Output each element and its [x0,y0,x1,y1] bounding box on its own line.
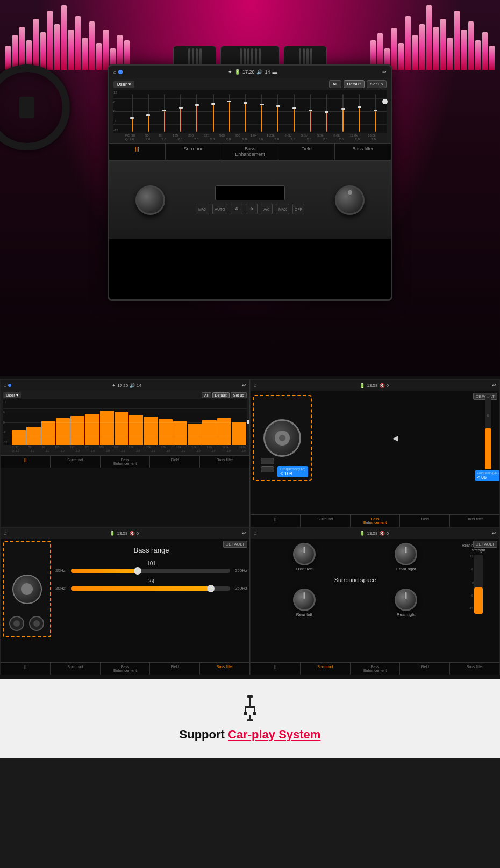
ss-preset-dropdown[interactable]: User ▾ [3,392,21,398]
ss4-tab-eq[interactable]: ||| [251,663,301,675]
back-icon-sm2[interactable]: ↩ [492,383,496,388]
back-icon-sm[interactable]: ↩ [242,383,246,388]
ss-tab-surround[interactable]: Surround [51,456,101,468]
knob-fr[interactable] [395,543,417,565]
band-fill [164,111,165,132]
bass-right-area: 12 6 0 -6 -12 Frequency(HZ) < 86 [478,395,497,481]
bass-enh-layout: ◀ Frequency(HZ) < 108 [253,393,497,481]
ss-btn-all[interactable]: All [202,392,211,398]
white-dot-indicator [382,99,388,104]
bass-range-title: Bass range [55,546,247,554]
band-knob[interactable] [162,110,166,111]
slider2-thumb[interactable] [207,585,215,592]
ss3-tab-eq[interactable]: ||| [1,663,51,675]
speaker-inner [275,431,290,446]
band-knob[interactable] [341,108,345,110]
back-icon-sm4[interactable]: ↩ [492,530,496,536]
band-track [375,94,376,132]
v-slider-track: 12 6 0 -6 -12 [485,395,491,469]
band-fill [132,119,133,132]
tab-bass-filter[interactable]: Bass filter [335,144,391,160]
btn-off-ctrl[interactable]: OFF [292,204,304,214]
ss-btn-default[interactable]: Default [212,392,230,398]
back-icon-sm3[interactable]: ↩ [242,530,246,536]
slider1-thumb[interactable] [134,567,141,575]
ss-tab-bass-filter[interactable]: Bass filter [200,456,249,468]
tab-surround[interactable]: Surround [166,144,222,160]
ss4-tab-bass-filter[interactable]: Bass filter [450,663,499,675]
band-knob[interactable] [358,106,361,108]
back-icon[interactable]: ↩ [382,69,387,75]
btn-fan[interactable]: ❄ [246,204,258,214]
ss3-tab-bass-enh[interactable]: BassEnhancement [101,663,151,675]
home-icon[interactable]: ⌂ [113,69,116,75]
ss2-tab-field[interactable]: Field [400,515,450,527]
btn-default[interactable]: Default [344,80,365,88]
knob-left[interactable] [135,185,165,215]
slider1-track[interactable] [71,569,230,573]
small-spk-inner [13,620,20,627]
ss2-tab-eq[interactable]: ||| [251,515,301,527]
tab-equalizer[interactable]: ||| [109,144,166,160]
btn-max-ac[interactable]: MAX [276,204,289,214]
band-track [164,94,165,132]
ss-tab-eq[interactable]: ||| [1,456,51,468]
band-knob[interactable] [260,104,264,105]
preset-dropdown[interactable]: User ▾ [113,81,134,88]
home-icon-sm[interactable]: ⌂ [4,383,6,388]
band-knob[interactable] [374,110,377,111]
ss-tab-bass-enh[interactable]: BassEnhancement [101,456,151,468]
btn-all[interactable]: All [329,80,341,88]
band-knob[interactable] [146,114,150,116]
range-slider-1: 101 20Hz 250Hz [55,561,247,573]
btn-ac[interactable]: A/C [261,204,273,214]
ss2-tab-surround[interactable]: Surround [301,515,351,527]
tab-field[interactable]: Field [278,144,335,160]
eq-bar [482,32,488,70]
ss2-tab-bass-filter[interactable]: Bass filter [450,515,499,527]
btn-auto[interactable]: AUTO [212,204,227,214]
small-speaker-1 [261,458,274,464]
ss2-tab-bass-enh-active[interactable]: BassEnhancement [351,515,401,527]
ss-tab-field[interactable]: Field [150,456,200,468]
ss3-tab-field[interactable]: Field [150,663,200,675]
band-knob[interactable] [309,110,312,111]
band-fill [342,110,344,132]
knob-right[interactable] [335,185,365,215]
ss4-tab-surround-active[interactable]: Surround [301,663,351,675]
band-knob[interactable] [325,111,328,113]
ss-btn-setup[interactable]: Set up [231,392,247,398]
btn-max[interactable]: MAX [196,204,209,214]
eq-top-row: User ▾ All Default Set up [113,80,387,88]
ss3-tab-surround[interactable]: Surround [51,663,101,675]
btn-ac-symbol[interactable]: ♻ [231,204,242,214]
ss4-tab-bass-enh[interactable]: BassEnhancement [351,663,401,675]
freq-val-left: < 108 [280,471,292,476]
speaker-inner-range [21,583,33,595]
status-left-group: ⌂ [113,69,123,75]
tab-bass-enhancement[interactable]: BassEnhancement [222,144,278,160]
band-knob[interactable] [292,107,296,109]
surround-v-fill [474,587,483,614]
home-icon-sm2[interactable]: ⌂ [254,383,256,388]
band-knob[interactable] [244,102,247,104]
ss-bottom-tabs-bass: ||| Surround BassEnhancement Field Bass … [251,514,499,527]
knob-fl[interactable] [293,543,316,565]
knobs-grid: Front left Front right Surround space [253,541,458,619]
label-rear-right: Rear right [397,612,416,617]
ss-band [144,417,158,445]
knob-rr[interactable] [395,589,417,611]
band-knob[interactable] [276,105,280,107]
knob-rl[interactable] [293,589,316,611]
ss4-tab-field[interactable]: Field [400,663,450,675]
band-knob[interactable] [227,101,231,102]
btn-setup[interactable]: Set up [367,80,387,88]
ss3-tab-bass-filter-active[interactable]: Bass filter [200,663,249,675]
band-knob[interactable] [130,117,134,119]
band-knob[interactable] [195,104,199,106]
slider2-track[interactable] [71,586,230,591]
band-knob[interactable] [179,107,183,109]
band-knob[interactable] [211,103,215,105]
home-icon-sm4[interactable]: ⌂ [254,530,256,536]
home-icon-sm3[interactable]: ⌂ [4,530,6,536]
